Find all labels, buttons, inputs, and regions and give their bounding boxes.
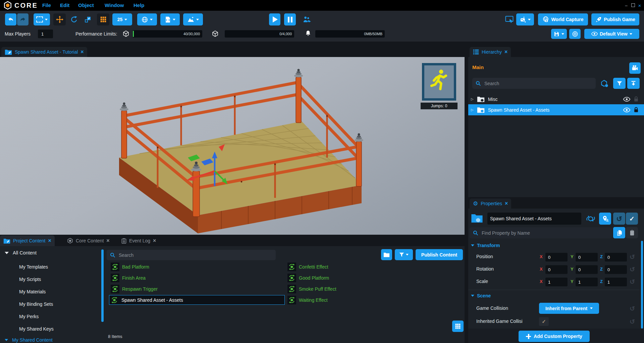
tab-event-log[interactable]: Event Log × (118, 235, 159, 246)
inherited-collision-checkbox[interactable]: ✓ (539, 317, 549, 326)
list-item[interactable]: Respawn Trigger (111, 285, 158, 293)
reset-icon[interactable]: ↺ (630, 253, 635, 261)
tree-item-all-content[interactable]: All Content (5, 250, 37, 255)
tree-item-my-scripts[interactable]: My Scripts (19, 277, 41, 282)
menu-edit[interactable]: Edit (60, 0, 69, 11)
tree-item-my-shared-keys[interactable]: My Shared Keys (19, 326, 54, 332)
menu-object[interactable]: Object (78, 0, 94, 11)
grid-snap-button[interactable] (97, 13, 109, 25)
publish-game-button[interactable]: Publish Game (591, 13, 639, 25)
section-transform[interactable]: Transform (471, 243, 500, 248)
publish-content-button[interactable]: Publish Content (416, 249, 463, 260)
screen-share-button[interactable] (504, 13, 515, 25)
tree-item-my-perks[interactable]: My Perks (19, 314, 39, 319)
hierarchy-row-spawn-shared-asset[interactable]: ▷ Spawn Shared Asset - Assets (468, 104, 644, 115)
find-object-button[interactable] (599, 78, 610, 89)
bot-tools-dropdown[interactable] (516, 13, 534, 25)
apply-name-button[interactable]: ✓ (626, 213, 638, 225)
redo-button[interactable] (17, 13, 29, 25)
scale-z-input[interactable] (605, 278, 627, 286)
tab-project-content[interactable]: Project Content × (0, 235, 55, 246)
tree-item-my-shared-content[interactable]: My Shared Content (5, 337, 53, 343)
lock-icon[interactable] (634, 96, 639, 102)
find-in-scene-button[interactable] (599, 213, 611, 225)
properties-scrollbar[interactable] (641, 241, 643, 329)
expand-icon[interactable]: ▷ (471, 108, 474, 112)
menu-file[interactable]: File (42, 0, 51, 11)
game-collision-dropdown[interactable]: Inherit from Parent (539, 303, 599, 314)
revert-name-button[interactable]: ↺ (613, 213, 625, 225)
list-item[interactable]: Good Platform (287, 274, 329, 282)
tab-viewport-tutorial[interactable]: Spawn Shared Asset - Tutorial × (1, 47, 87, 57)
selection-mode-dropdown[interactable] (34, 13, 50, 25)
content-search[interactable] (107, 250, 276, 260)
hierarchy-filter-button[interactable] (613, 78, 626, 89)
default-view-dropdown[interactable]: Default View (584, 29, 639, 39)
tree-item-my-materials[interactable]: My Materials (19, 289, 46, 294)
play-button[interactable] (269, 13, 280, 25)
list-item[interactable]: Smoke Puff Effect (287, 285, 336, 293)
content-search-input[interactable] (118, 252, 272, 258)
object-name-input[interactable] (487, 213, 581, 225)
menu-window[interactable]: Window (105, 0, 124, 11)
viewport-3d[interactable]: Jumps: 0 (0, 57, 465, 235)
snap-size-dropdown[interactable]: 25 (112, 13, 132, 25)
terrain-tools-dropdown[interactable] (183, 13, 203, 25)
close-icon[interactable]: × (637, 3, 643, 8)
lock-icon[interactable] (634, 107, 639, 113)
position-z-input[interactable] (605, 253, 627, 262)
script-tools-dropdown[interactable] (160, 13, 180, 25)
copy-properties-button[interactable] (613, 227, 625, 238)
expand-icon[interactable]: ▷ (471, 97, 474, 101)
undo-button[interactable] (5, 13, 16, 25)
section-scene[interactable]: Scene (471, 293, 491, 298)
scale-y-input[interactable] (576, 278, 598, 286)
networked-orbit-icon[interactable] (586, 214, 596, 223)
close-icon[interactable]: × (106, 238, 109, 244)
visibility-eye-icon[interactable] (623, 97, 630, 102)
world-tools-dropdown[interactable] (137, 13, 157, 25)
target-button[interactable] (569, 29, 581, 39)
reset-icon[interactable]: ↺ (630, 305, 635, 312)
minimize-icon[interactable]: – (623, 3, 629, 8)
tree-scrollbar[interactable] (101, 249, 104, 322)
rotate-tool-button[interactable] (68, 13, 80, 25)
hierarchy-search[interactable] (472, 78, 596, 89)
reset-icon[interactable]: ↺ (630, 278, 635, 286)
hierarchy-row-misc[interactable]: ▷ Misc (468, 94, 644, 104)
grid-view-button[interactable] (452, 321, 464, 332)
paste-properties-button[interactable] (626, 227, 638, 238)
rotation-z-input[interactable] (605, 265, 627, 274)
list-item[interactable]: Waiting Effect (287, 296, 328, 304)
tab-hierarchy[interactable]: Hierarchy × (470, 47, 511, 57)
property-search-input[interactable] (481, 230, 608, 236)
list-item[interactable]: Bad Platform (111, 263, 149, 271)
list-item[interactable]: Finish Area (111, 274, 146, 282)
multiplayer-preview-button[interactable] (301, 13, 312, 25)
rotation-y-input[interactable] (576, 265, 598, 274)
reset-icon[interactable]: ↺ (630, 318, 635, 326)
close-icon[interactable]: × (80, 49, 84, 55)
list-item[interactable]: Confetti Effect (287, 263, 328, 271)
close-icon[interactable]: × (505, 201, 508, 207)
world-capture-button[interactable]: World Capture (538, 13, 588, 25)
rotation-x-input[interactable] (545, 265, 568, 274)
new-folder-button[interactable] (381, 249, 392, 260)
save-dropdown-button[interactable] (551, 29, 567, 39)
scale-tool-button[interactable] (82, 13, 94, 25)
move-tool-button[interactable] (53, 13, 66, 25)
max-players-input[interactable] (38, 30, 53, 38)
close-icon[interactable]: × (48, 238, 51, 244)
import-button[interactable] (627, 78, 640, 89)
tree-item-my-binding-sets[interactable]: My Binding Sets (19, 301, 53, 307)
property-search[interactable] (470, 227, 612, 238)
menu-help[interactable]: Help (133, 0, 145, 11)
list-item-selected[interactable]: Spawn Shared Asset - Assets (109, 295, 285, 305)
visibility-eye-icon[interactable] (623, 108, 630, 112)
tab-core-content[interactable]: Core Content × (64, 235, 113, 246)
restore-icon[interactable] (630, 3, 636, 8)
content-filter-dropdown[interactable] (395, 249, 413, 260)
close-icon[interactable]: × (504, 49, 507, 55)
close-icon[interactable]: × (153, 238, 156, 244)
cinematic-camera-button[interactable] (629, 62, 641, 74)
